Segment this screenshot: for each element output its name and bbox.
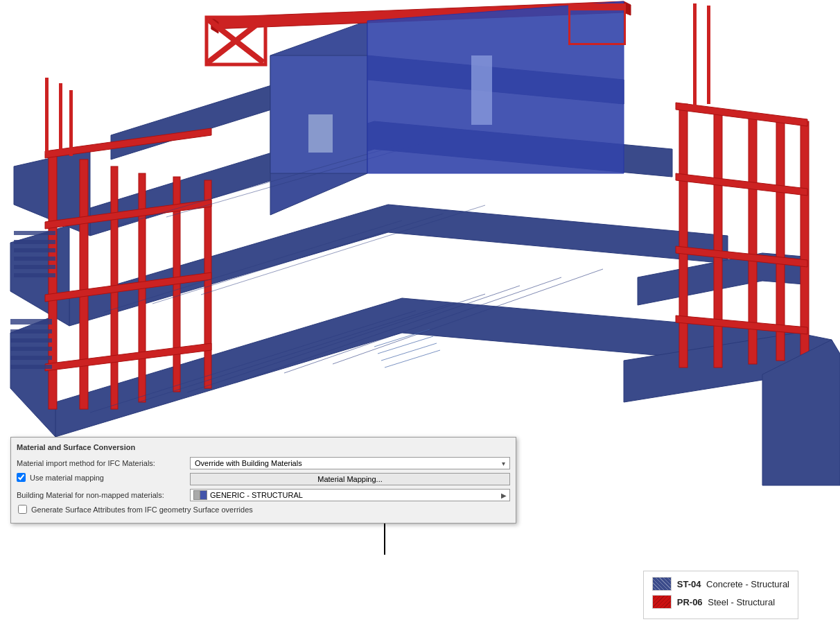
non-mapped-material-dropdown[interactable]: GENERIC - STRUCTURAL ▶: [190, 489, 510, 501]
svg-rect-55: [10, 338, 52, 343]
use-mapping-label: Use material mapping: [30, 474, 104, 482]
svg-rect-72: [568, 3, 570, 45]
svg-rect-24: [204, 180, 211, 388]
material-mapping-row: Use material mapping Material Mapping...: [17, 473, 510, 485]
generate-surface-row: Generate Surface Attributes from IFC geo…: [17, 505, 510, 514]
svg-rect-75: [59, 83, 62, 153]
material-mapping-button[interactable]: Material Mapping...: [190, 473, 510, 485]
material-arrow-icon: ▶: [501, 492, 507, 499]
svg-rect-63: [14, 265, 55, 269]
svg-rect-12: [308, 114, 333, 153]
svg-rect-20: [80, 159, 88, 409]
non-mapped-value: GENERIC - STRUCTURAL: [210, 491, 501, 499]
concrete-description: Concrete - Structural: [706, 579, 789, 589]
svg-rect-70: [568, 3, 624, 6]
import-method-row: Material import method for IFC Materials…: [17, 457, 510, 469]
svg-rect-73: [568, 43, 626, 45]
svg-rect-59: [14, 231, 55, 235]
svg-rect-78: [707, 6, 710, 104]
generate-surface-checkbox[interactable]: [18, 505, 27, 514]
svg-rect-64: [14, 273, 55, 277]
non-mapped-material-row: Building Material for non-mapped materia…: [17, 489, 510, 501]
svg-rect-76: [69, 90, 73, 156]
svg-rect-54: [10, 329, 52, 334]
import-dropdown-container: Override with Building Materials ▾: [190, 457, 510, 469]
legend-item-concrete: ST-04 Concrete - Structural: [652, 577, 789, 591]
import-label: Material import method for IFC Materials…: [17, 459, 190, 467]
material-mapping-button-container: Material Mapping...: [190, 473, 510, 485]
import-method-value: Override with Building Materials: [195, 459, 302, 467]
non-mapped-label: Building Material for non-mapped materia…: [17, 491, 190, 499]
svg-rect-25: [679, 104, 688, 367]
import-method-dropdown[interactable]: Override with Building Materials ▾: [190, 457, 510, 469]
dialog-panel: Material and Surface Conversion Material…: [10, 437, 516, 524]
concrete-code: ST-04: [677, 579, 701, 589]
material-swatch: [193, 490, 207, 500]
svg-rect-74: [45, 78, 49, 154]
concrete-swatch: [652, 577, 672, 591]
generate-surface-label: Generate Surface Attributes from IFC geo…: [31, 505, 253, 514]
concrete-legend-text: ST-04 Concrete - Structural: [677, 579, 789, 589]
svg-rect-56: [10, 347, 52, 351]
svg-rect-53: [10, 319, 52, 325]
dialog-title: Material and Surface Conversion: [17, 443, 510, 451]
model-svg: [0, 0, 840, 640]
svg-rect-62: [14, 257, 55, 261]
dropdown-arrow-icon: ▾: [502, 460, 505, 467]
svg-rect-57: [10, 356, 52, 360]
svg-rect-66: [471, 55, 492, 125]
steel-description: Steel - Structural: [708, 597, 775, 607]
svg-rect-28: [776, 118, 785, 361]
steel-legend-text: PR-06 Steel - Structural: [677, 597, 775, 607]
legend-panel: ST-04 Concrete - Structural PR-06 Steel …: [643, 571, 798, 619]
use-mapping-checkbox[interactable]: [17, 473, 26, 482]
swatch-left: [193, 490, 200, 500]
use-mapping-checkbox-row: Use material mapping: [17, 473, 190, 482]
svg-rect-61: [14, 248, 55, 252]
svg-rect-26: [714, 111, 722, 367]
svg-rect-71: [624, 3, 626, 45]
svg-marker-65: [367, 1, 624, 173]
steel-swatch: [652, 595, 672, 609]
svg-rect-60: [14, 240, 55, 244]
non-mapped-control-container: GENERIC - STRUCTURAL ▶: [190, 489, 510, 501]
svg-rect-58: [10, 365, 52, 369]
legend-item-steel: PR-06 Steel - Structural: [652, 595, 789, 609]
steel-code: PR-06: [677, 597, 703, 607]
svg-rect-77: [693, 3, 697, 107]
svg-rect-29: [800, 121, 809, 357]
swatch-right: [200, 490, 207, 500]
viewport: [0, 0, 840, 640]
